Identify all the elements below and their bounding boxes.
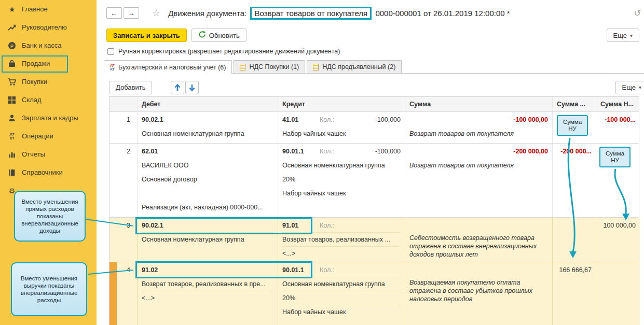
cell-debet: 90.02.1 Основная номенклатурная группа (138, 112, 278, 143)
header-summa[interactable]: Сумма (405, 97, 553, 111)
debet-analytics: Основная номенклатурная группа (142, 233, 273, 247)
debet-analytics: ВАСИЛЕК ООО (142, 159, 273, 173)
quantity-label: Кол.: (320, 113, 345, 126)
summa-dt-value: 166 666,67 (557, 263, 592, 277)
sidebar-item-manager[interactable]: Руководителю (0, 18, 97, 36)
quantity-label: Кол.: (320, 263, 345, 277)
tab-nds-purchases[interactable]: НДС Покупки (1) (234, 60, 305, 73)
cart-icon (7, 77, 17, 87)
sidebar-item-label: Операции (22, 132, 53, 140)
tab-label: НДС Покупки (1) (249, 63, 299, 70)
sidebar-item-label: Справочники (22, 168, 63, 176)
bank-cash-icon: Р (7, 41, 17, 50)
callout-top: Вместо уменьшения прямых расходов показа… (14, 191, 86, 242)
get-link-icon[interactable]: ↺ (634, 8, 641, 18)
action-bar: Записать и закрыть Обновить Еще ▾ (106, 29, 639, 42)
move-up-button[interactable] (171, 81, 184, 94)
add-row-button[interactable]: Добавить (109, 81, 152, 94)
tab-bar: ДтКт Бухгалтерский и налоговый учет (6) … (104, 60, 639, 73)
cell-summa: Себестоимость возвращенного товара отраж… (405, 218, 553, 262)
kredit-analytics: Набор чайных чашек (282, 187, 401, 201)
chevron-down-icon: ▾ (639, 84, 641, 90)
debet-analytics: <...> (142, 291, 273, 305)
move-down-button[interactable] (185, 81, 199, 94)
row-number: 4 (114, 263, 130, 277)
cell-debet: 90.02.1 Основная номенклатурная группа (138, 218, 278, 262)
debet-account: 90.02.1 (142, 113, 273, 127)
main-content: ← → ☆ Движения документа: Возврат товаро… (104, 0, 644, 325)
summa-description: Возврат товаров от покупателя (409, 159, 548, 173)
cell-kredit: 41.01 Кол.: -100,000 Набор чайных чашек (278, 112, 405, 143)
sidebar-item-operations[interactable]: ДтКт Операции (0, 127, 97, 145)
document-icon (313, 64, 319, 70)
kredit-analytics: Набор чайных чашек (282, 127, 401, 141)
debet-account: 62.01 (142, 145, 273, 159)
summa-description: Возврат товаров от покупателя (409, 127, 548, 141)
dt-kt-icon: ДтКт (110, 63, 115, 71)
table-row[interactable]: 3 90.02.1 Основная номенклатурная группа… (109, 218, 639, 262)
debet-analytics: Основная номенклатурная группа (142, 127, 273, 141)
table-row[interactable]: 4 91.02 Возврат товаров, реализованных в… (109, 262, 639, 325)
sidebar-item-purchases[interactable]: Покупки (0, 73, 97, 91)
tab-nds-presented[interactable]: НДС предъявленный (2) (307, 60, 402, 73)
movements-panel: Добавить Еще ▾ Дебет Кредит Сумма Сумм (104, 73, 644, 325)
kredit-account: 90.01.1 (282, 263, 320, 277)
sidebar-item-warehouse[interactable]: Склад (0, 91, 97, 109)
kredit-analytics: <...> (282, 247, 401, 261)
more-button[interactable]: Еще ▾ (607, 29, 639, 42)
header-debet[interactable]: Дебет (138, 97, 278, 111)
kredit-account: 91.01 (282, 219, 320, 232)
debet-account: 90.02.1 (142, 219, 273, 233)
cell-debet: 62.01 ВАСИЛЕК ООО Основной договор Реали… (138, 144, 278, 217)
chevron-down-icon: ▾ (630, 33, 633, 38)
document-icon (240, 64, 245, 70)
manual-correction-label: Ручная корректировка (разрешает редактир… (118, 48, 340, 55)
forward-button[interactable]: → (124, 7, 139, 19)
sidebar-item-label: Главное (22, 5, 48, 13)
debet-account: 91.02 (142, 263, 273, 277)
kredit-analytics: Основная номенклатурная группа (282, 159, 401, 173)
sidebar-item-salary-hr[interactable]: Зарплата и кадры (0, 109, 97, 127)
summa-nu-badge: Сумма НУ (557, 115, 588, 136)
manual-correction-checkbox[interactable] (107, 48, 114, 55)
save-close-button[interactable]: Записать и закрыть (106, 29, 187, 42)
kredit-account: 90.01.1 (282, 145, 320, 158)
title-suffix: 0000-000001 от 26.01.2019 12:00:00 * (375, 9, 510, 18)
cell-summa-dt: -200 000... (553, 144, 596, 217)
header-summa-nu[interactable]: Сумма Н... (596, 97, 640, 111)
cell-kredit: 90.01.1 Кол.: Основная номенклатурная гр… (278, 262, 405, 325)
header-summa-dt[interactable]: Сумма ... (553, 97, 596, 111)
table-row[interactable]: 2 62.01 ВАСИЛЕК ООО Основной договор Реа… (109, 144, 639, 218)
tab-accounting-tax[interactable]: ДтКт Бухгалтерский и налоговый учет (6) (104, 60, 232, 74)
row-number: 1 (114, 113, 130, 127)
sidebar-item-reports[interactable]: Отчеты (0, 145, 97, 163)
cell-kredit: 90.01.1 Кол.: -100,000 Основная номенкла… (278, 144, 405, 217)
sidebar-item-label: Руководителю (22, 23, 67, 31)
cell-summa-dt (553, 218, 596, 262)
summa-description: Себестоимость возвращенного товара отраж… (409, 232, 548, 259)
sidebar-item-label: Отчеты (22, 150, 45, 158)
star-icon: ★ (7, 5, 17, 14)
tab-label: Бухгалтерский и налоговый учет (6) (118, 64, 226, 71)
toolbar-more-button[interactable]: Еще ▾ (615, 81, 644, 94)
callout-bottom: Вместо уменьшения выручки показаны внере… (11, 262, 87, 316)
sidebar-item-main[interactable]: ★ Главное (0, 0, 97, 18)
back-button[interactable]: ← (106, 7, 122, 19)
kredit-analytics: Набор чайных чашек (282, 305, 401, 319)
sidebar-item-bank-cash[interactable]: Р Банк и касса (0, 36, 97, 54)
sidebar-item-label: Покупки (22, 78, 47, 86)
bar-chart-icon (7, 150, 17, 159)
cell-debet: 91.02 Возврат товаров, реализованных в п… (138, 262, 278, 325)
refresh-button[interactable]: Обновить (191, 29, 246, 42)
kredit-account: 41.01 (282, 113, 320, 126)
sidebar-item-sales[interactable]: Продажи (0, 54, 97, 73)
table-toolbar: Добавить Еще ▾ (104, 74, 644, 96)
refresh-label: Обновить (209, 32, 240, 39)
favorite-star-icon[interactable]: ☆ (152, 8, 160, 18)
summa-nu-value: 100 000,00 (600, 219, 636, 233)
header-kredit[interactable]: Кредит (278, 97, 405, 111)
kredit-analytics: Возврат товаров, реализованных ... (282, 233, 401, 247)
quantity-label: Кол.: (320, 145, 345, 158)
kredit-analytics: Основная номенклатурная группа (282, 277, 401, 291)
sidebar-item-directories[interactable]: Справочники (0, 163, 97, 181)
